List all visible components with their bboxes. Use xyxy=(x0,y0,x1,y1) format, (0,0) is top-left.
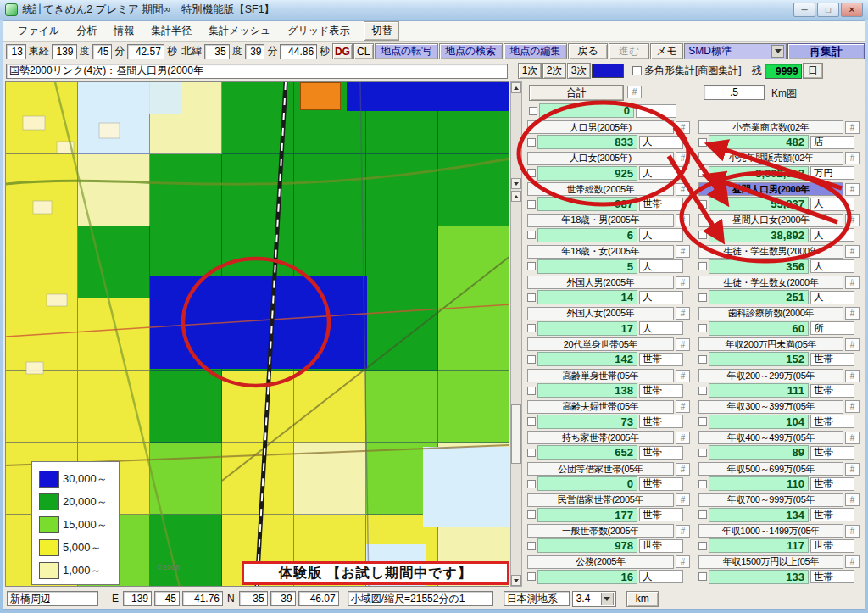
stat-checkbox[interactable] xyxy=(527,417,536,426)
stat-checkbox[interactable] xyxy=(698,169,707,177)
cl-button[interactable]: CL xyxy=(353,43,374,59)
hash-button[interactable]: # xyxy=(676,121,690,134)
stat-label[interactable]: 外国人女(2005年 xyxy=(527,307,674,320)
hash-button[interactable]: # xyxy=(676,338,690,351)
hash-button[interactable]: # xyxy=(676,370,690,382)
scroll-up-icon[interactable] xyxy=(511,82,521,93)
map-canvas[interactable]: 30,000～ 20,000～ 15,000～ 5,000～ 1,000～ ©2… xyxy=(5,81,509,587)
stat-label[interactable]: 年収400～499万(05年 xyxy=(698,431,843,444)
minimize-button[interactable]: ─ xyxy=(793,3,815,17)
stat-checkbox[interactable] xyxy=(527,510,536,519)
hash-button[interactable]: # xyxy=(845,214,860,226)
hash-button[interactable]: # xyxy=(845,432,860,444)
hash-button[interactable]: # xyxy=(845,183,860,196)
hash-button[interactable]: # xyxy=(676,152,690,164)
zoom-chevron-down-icon[interactable] xyxy=(601,593,614,605)
hash-button[interactable]: # xyxy=(676,307,690,320)
stat-label[interactable]: 高齢夫婦世帯(05年 xyxy=(527,400,674,414)
stat-label[interactable]: 年18歳・女(2005年 xyxy=(527,245,674,259)
stat-checkbox[interactable] xyxy=(698,262,707,270)
stat-label[interactable]: 小売年間販売額(02年 xyxy=(698,152,843,165)
stat-label[interactable]: 年収200万円未満(05年 xyxy=(698,337,843,351)
stat-checkbox[interactable] xyxy=(698,324,707,332)
menu-radius[interactable]: 集計半径 xyxy=(143,22,199,40)
stat-label[interactable]: 民営借家世帯(2005年 xyxy=(527,493,674,507)
scroll-down2-icon[interactable] xyxy=(511,575,521,586)
stat-checkbox[interactable] xyxy=(698,480,707,488)
stat-label[interactable]: 歯科診療所数(2000年 xyxy=(698,307,843,320)
stat-checkbox[interactable] xyxy=(698,138,707,147)
memo-button[interactable]: メモ xyxy=(650,43,684,59)
hash-button[interactable]: # xyxy=(676,214,690,226)
stat-label[interactable]: 小売業商店数(02年 xyxy=(698,120,843,134)
point-number-field[interactable]: 13 xyxy=(6,44,26,59)
stat-label[interactable]: 年収1000～1499万(05年 xyxy=(698,524,843,538)
stat-checkbox[interactable] xyxy=(698,200,707,209)
area-name-field[interactable]: 新橋周辺 xyxy=(7,591,98,606)
hash-button[interactable]: # xyxy=(676,400,690,413)
stat-checkbox[interactable] xyxy=(698,542,707,550)
chevron-down-icon[interactable] xyxy=(771,45,784,58)
stat-checkbox[interactable] xyxy=(527,293,536,302)
stat-label[interactable]: 昼間人口女(2000年 xyxy=(698,214,843,227)
hash-button[interactable]: # xyxy=(627,86,642,98)
close-button[interactable]: ✕ xyxy=(841,3,863,17)
stat-label[interactable]: 生徒・学生数男(2000年 xyxy=(698,245,843,259)
stat-label[interactable]: 年収300～399万(05年 xyxy=(698,400,843,414)
km-button[interactable]: km xyxy=(626,591,659,607)
hash-button[interactable]: # xyxy=(845,525,860,538)
current-mesh-field[interactable]: 国勢2000リンク(4次)：昼間人口男(2000年 xyxy=(6,64,508,79)
total-button[interactable]: 合計 xyxy=(529,85,624,101)
stat-label[interactable]: 一般世帯数(2005年 xyxy=(527,524,674,538)
stat-checkbox[interactable] xyxy=(527,449,536,457)
menu-grid-display[interactable]: グリッド表示 xyxy=(280,22,357,40)
forward-button[interactable]: 進む xyxy=(609,43,648,59)
switch-button[interactable]: 切替 xyxy=(364,21,399,41)
hash-button[interactable]: # xyxy=(845,463,860,476)
hash-button[interactable]: # xyxy=(845,307,860,320)
stat-label[interactable]: 公務(2005年 xyxy=(527,555,674,569)
hash-button[interactable]: # xyxy=(845,338,860,351)
radius-field[interactable]: .5 xyxy=(704,85,765,100)
order1-button[interactable]: 1次 xyxy=(518,63,542,79)
hash-button[interactable]: # xyxy=(845,400,860,413)
stat-checkbox[interactable] xyxy=(527,387,536,395)
lat-min-field[interactable]: 39 xyxy=(245,44,265,59)
stat-label[interactable]: 人口男(2005年) xyxy=(527,120,674,134)
stat-label[interactable]: 持ち家世帯(2005年 xyxy=(527,431,674,444)
hash-button[interactable]: # xyxy=(676,525,690,538)
stat-checkbox[interactable] xyxy=(527,169,536,177)
stat-label[interactable]: 年収1500万円以上(05年 xyxy=(698,555,843,569)
stat-label[interactable]: 昼間人口男(2000年 xyxy=(698,182,843,196)
stat-checkbox[interactable] xyxy=(527,200,536,209)
stat-label[interactable]: 高齢単身世帯(05年 xyxy=(527,369,674,382)
scrollbar-thumb[interactable] xyxy=(511,404,521,464)
lon-min-field[interactable]: 45 xyxy=(92,44,113,59)
back-button[interactable]: 戻る xyxy=(568,43,608,59)
top-checkbox[interactable] xyxy=(529,107,537,115)
menu-analysis[interactable]: 分析 xyxy=(69,22,104,40)
stat-checkbox[interactable] xyxy=(527,324,536,332)
stat-checkbox[interactable] xyxy=(527,262,536,270)
stat-checkbox[interactable] xyxy=(527,480,536,488)
zoom-dropdown[interactable]: 3.4 xyxy=(572,591,616,607)
hash-button[interactable]: # xyxy=(845,245,860,258)
polygon-checkbox[interactable] xyxy=(632,66,642,75)
order2-button[interactable]: 2次 xyxy=(542,63,566,79)
hash-button[interactable]: # xyxy=(676,432,690,444)
scroll-up2-icon[interactable] xyxy=(511,191,521,202)
stat-checkbox[interactable] xyxy=(698,355,707,364)
point-search-button[interactable]: 地点の検索 xyxy=(439,43,503,59)
vertical-scrollbar[interactable] xyxy=(510,81,522,587)
stat-label[interactable]: 年収500～699万(05年 xyxy=(698,462,843,476)
hash-button[interactable]: # xyxy=(676,555,690,568)
dg-button[interactable]: DG xyxy=(332,43,353,59)
hash-button[interactable]: # xyxy=(676,493,690,506)
preset-dropdown[interactable]: SMD標準 xyxy=(684,43,787,59)
maximize-button[interactable]: □ xyxy=(817,3,839,17)
hash-button[interactable]: # xyxy=(845,152,860,164)
point-transfer-button[interactable]: 地点の転写 xyxy=(375,43,438,59)
hash-button[interactable]: # xyxy=(845,370,860,382)
menu-info[interactable]: 情報 xyxy=(106,22,142,40)
hash-button[interactable]: # xyxy=(845,276,860,289)
